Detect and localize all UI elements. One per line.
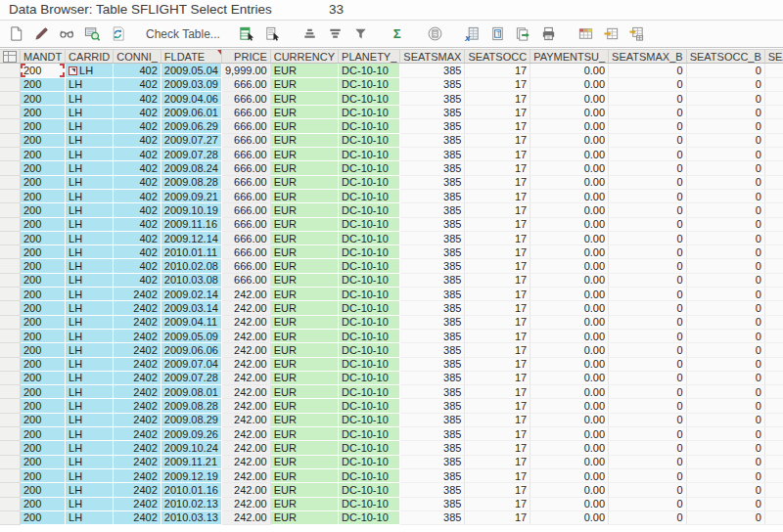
cell-seatsocc[interactable]: 17 [465,315,530,329]
cell-connid[interactable]: 402 [114,231,161,244]
cell-connid[interactable]: 402 [114,245,161,259]
cell-planetype[interactable]: DC-10-10 [339,468,400,482]
cell-price[interactable]: 242.00 [221,288,270,301]
row-select-cell[interactable] [0,357,21,371]
cell-carrid[interactable]: LH [66,427,114,441]
cell-fldate[interactable]: 2009.08.24 [161,161,221,175]
cell-seatsocc_b[interactable]: 0 [686,455,764,468]
cell-connid[interactable]: 2402 [114,371,161,384]
print-button[interactable] [537,22,560,45]
cell-currency[interactable]: EUR [270,343,338,357]
cell-mandt[interactable]: 200 [21,343,66,357]
cell-fldate[interactable]: 2009.07.04 [161,357,221,371]
cell-fldate[interactable]: 2010.03.13 [161,510,221,524]
cell-seatsmax[interactable]: 385 [400,91,465,105]
cell-currency[interactable]: EUR [270,288,338,301]
cell-seatsmax_b[interactable]: 0 [609,483,687,497]
cell-mandt[interactable]: 200 [21,231,66,244]
cell-seatsocc_b[interactable]: 0 [686,217,764,231]
row-select-cell[interactable] [0,483,21,497]
cell-seatsmax_f[interactable]: 0 [764,483,783,497]
row-select-cell[interactable] [0,148,21,161]
cell-seatsocc[interactable]: 17 [465,301,530,315]
cell-seatsmax_f[interactable]: 0 [764,371,783,384]
cell-currency[interactable]: EUR [270,483,338,497]
cell-mandt[interactable]: 200 [21,175,66,189]
cell-seatsocc_b[interactable]: 0 [686,301,764,315]
edit-button[interactable] [30,22,53,45]
cell-seatsmax_b[interactable]: 0 [609,427,687,441]
cell-carrid[interactable]: LH [66,273,114,287]
cell-currency[interactable]: EUR [270,259,338,273]
cell-mandt[interactable]: 200 [21,217,66,231]
cell-mandt[interactable]: 200 [21,189,66,202]
cell-fldate[interactable]: 2009.06.06 [161,343,221,357]
cell-price[interactable]: 666.00 [221,175,270,189]
cell-seatsocc_b[interactable]: 0 [686,91,764,105]
cell-seatsocc[interactable]: 17 [465,273,530,287]
cell-planetype[interactable]: DC-10-10 [339,148,400,161]
cell-seatsmax[interactable]: 385 [400,189,465,202]
cell-carrid[interactable]: LH [66,357,114,371]
cell-price[interactable]: 9,999.00 [221,64,270,77]
cell-carrid[interactable]: LH [66,497,114,510]
row-select-cell[interactable] [0,273,21,287]
cell-fldate[interactable]: 2009.07.27 [161,133,221,147]
cell-planetype[interactable]: DC-10-10 [339,119,400,133]
cell-seatsocc[interactable]: 17 [465,399,530,413]
cell-currency[interactable]: EUR [270,148,338,161]
row-select-cell[interactable] [0,133,21,147]
cell-planetype[interactable]: DC-10-10 [339,413,400,426]
cell-seatsmax_f[interactable]: 0 [764,357,783,371]
cell-seatsmax[interactable]: 385 [400,301,465,315]
cell-seatsocc_b[interactable]: 0 [686,343,764,357]
cell-seatsocc[interactable]: 17 [465,161,530,175]
row-select-cell[interactable] [0,175,21,189]
column-header-planetype[interactable]: PLANETY_ [339,50,400,64]
cell-currency[interactable]: EUR [270,175,338,189]
cell-seatsmax[interactable]: 385 [400,259,465,273]
cell-mandt[interactable]: 200 [21,510,66,524]
cell-seatsocc_b[interactable]: 0 [686,231,764,244]
cell-connid[interactable]: 2402 [114,288,161,301]
cell-seatsocc[interactable]: 17 [465,217,530,231]
cell-seatsmax_b[interactable]: 0 [609,301,687,315]
cell-seatsocc_b[interactable]: 0 [686,175,764,189]
row-select-cell[interactable] [0,259,21,273]
cell-currency[interactable]: EUR [270,301,338,315]
cell-fldate[interactable]: 2009.06.29 [161,119,221,133]
cell-seatsocc[interactable]: 17 [465,64,530,77]
cell-carrid[interactable]: LH [66,231,114,244]
cell-seatsmax_b[interactable]: 0 [609,245,687,259]
cell-paymentsum[interactable]: 0.00 [530,106,609,119]
check-table-button[interactable]: Check Table... [146,27,220,41]
cell-mandt[interactable]: 200 [21,77,66,91]
cell-fldate[interactable]: 2009.03.09 [161,77,221,91]
cell-mandt[interactable]: 200 [21,399,66,413]
save-layout-button[interactable] [625,22,648,45]
choose-field-button[interactable] [261,22,284,45]
cell-planetype[interactable]: DC-10-10 [339,133,400,147]
cell-currency[interactable]: EUR [270,119,338,133]
cell-seatsocc[interactable]: 17 [465,189,530,202]
cell-mandt[interactable]: 200 [21,315,66,329]
cell-currency[interactable]: EUR [270,441,338,455]
cell-currency[interactable]: EUR [270,329,338,342]
cell-currency[interactable]: EUR [270,497,338,510]
row-select-cell[interactable] [0,203,21,217]
cell-seatsmax_b[interactable]: 0 [609,510,687,524]
cell-fldate[interactable]: 2009.07.28 [161,148,221,161]
cell-seatsmax_b[interactable]: 0 [609,497,687,510]
cell-carrid[interactable]: LH [66,510,114,524]
row-select-cell[interactable] [0,468,21,482]
select-layout-button[interactable] [600,22,622,45]
cell-connid[interactable]: 402 [114,119,161,133]
cell-fldate[interactable]: 2009.05.04 [161,64,221,77]
cell-seatsocc_b[interactable]: 0 [686,259,764,273]
cell-paymentsum[interactable]: 0.00 [530,468,609,482]
cell-planetype[interactable]: DC-10-10 [339,301,400,315]
cell-carrid[interactable]: LH [66,64,114,77]
row-select-cell[interactable] [0,427,21,441]
cell-seatsmax_f[interactable]: 0 [764,468,783,482]
cell-price[interactable]: 242.00 [221,399,270,413]
